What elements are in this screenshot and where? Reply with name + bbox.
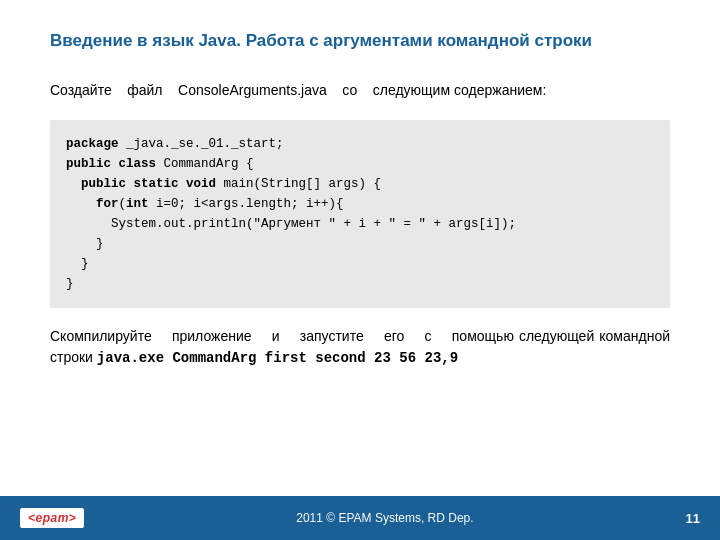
slide-container: Введение в язык Java. Работа с аргумента… [0, 0, 720, 496]
epam-logo: <epam> [20, 508, 84, 528]
paragraph-1: Создайте файл ConsoleArguments.java со с… [50, 80, 670, 102]
slide-body: Создайте файл ConsoleArguments.java со с… [50, 80, 670, 476]
slide-title: Введение в язык Java. Работа с аргумента… [50, 30, 670, 52]
footer-page-number: 11 [686, 511, 700, 526]
code-block: package _java._se._01._start; public cla… [50, 120, 670, 308]
paragraph-2: Скомпилируйте приложение и запустите его… [50, 326, 670, 370]
footer-copyright: 2011 © EPAM Systems, RD Dep. [296, 511, 473, 525]
footer: <epam> 2011 © EPAM Systems, RD Dep. 11 [0, 496, 720, 540]
